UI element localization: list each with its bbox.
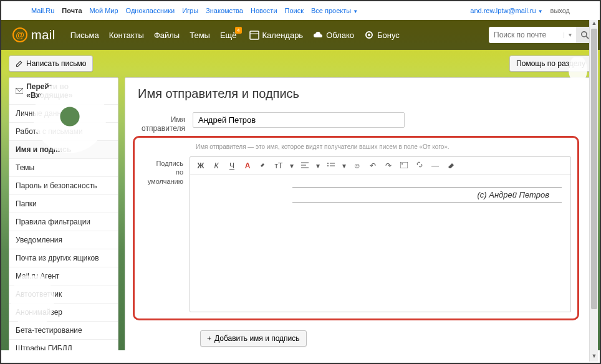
scrollbar-thumb[interactable] [591,29,597,309]
tb-image[interactable] [400,161,408,170]
svg-point-20 [401,163,403,165]
logout-link[interactable]: выход [551,7,570,14]
calendar-icon [249,30,259,40]
topnav-news[interactable]: Новости [251,7,277,14]
topnav-games[interactable]: Игры [182,7,198,14]
nav-calendar[interactable]: Календарь [249,30,304,40]
sidebar-item-other-inboxes[interactable]: Почта из других ящиков [9,249,118,267]
badge-count: 4 [235,27,241,34]
scroll-up-arrow[interactable]: ▲ [590,20,599,29]
svg-line-10 [586,36,589,39]
tb-italic[interactable]: К [212,161,221,170]
nav-themes[interactable]: Темы [190,31,210,40]
sender-name-label: Имя отправителя [138,112,193,133]
svg-point-15 [327,163,329,164]
nav-letters[interactable]: Письма [70,31,99,40]
nav-files[interactable]: Файлы [154,31,180,40]
tb-clear[interactable] [446,161,455,170]
scroll-down-arrow[interactable]: ▼ [590,353,599,362]
tb-bold[interactable]: Ж [196,161,205,170]
flower-decoration [1,275,64,338]
tb-hr[interactable]: — [431,161,440,170]
user-email-link[interactable]: and.rew.lptw@mail.ru ▼ [470,7,542,14]
topnav-all-projects[interactable]: Все проекты ▼ [311,7,358,14]
svg-point-1 [60,107,79,126]
topnav-search[interactable]: Поиск [285,7,304,14]
svg-point-17 [327,165,329,166]
tb-font-size[interactable]: тТ [274,161,283,170]
svg-point-3 [569,57,587,84]
svg-rect-19 [400,162,408,168]
tb-list[interactable] [327,161,335,170]
tb-link[interactable] [415,161,424,170]
sidebar-item-fines[interactable]: Штрафы ГИБДД [9,340,118,350]
search-input[interactable] [489,31,564,39]
svg-point-8 [368,34,370,36]
logo-at-icon: @ [12,27,27,42]
fill-icon [259,161,267,168]
signature-content[interactable]: (с) Андрей Петров [190,175,570,312]
topnav-dating[interactable]: Знакомства [206,7,243,14]
nav-more[interactable]: Ещё4 [220,31,237,40]
sidebar-item-themes[interactable]: Темы [9,159,118,177]
main-header: @ mail Письма Контакты Файлы Темы Ещё4 К… [1,20,600,50]
tb-underline[interactable]: Ч [228,161,236,170]
sidebar-item-notifications[interactable]: Уведомления [9,231,118,249]
tb-undo[interactable]: ↶ [368,161,377,170]
signature-highlight-box: Имя отправителя — это имя, которое видят… [133,136,579,320]
sidebar-item-password[interactable]: Пароль и безопасность [9,177,118,195]
flower-decoration [29,76,110,157]
tb-align[interactable] [300,161,309,170]
list-icon [327,162,335,168]
svg-point-9 [581,31,586,36]
tb-text-color[interactable]: А [243,161,252,170]
sender-name-hint: Имя отправителя — это имя, которое видят… [196,143,571,150]
topnav-mailru[interactable]: Mail.Ru [31,7,54,14]
nav-contacts[interactable]: Контакты [109,31,144,40]
main-content: Имя отправителя и подпись Имя отправител… [125,77,592,350]
signature-label: Подпись по умолчанию [141,156,190,312]
tb-emoji[interactable]: ☺ [353,161,362,170]
background-area: @ mail Письма Контакты Файлы Темы Ещё4 К… [1,20,600,350]
editor-toolbar: Ж К Ч А тТ▾ ▾ ▾ ☺ ↶ ↷ [190,157,570,175]
compose-icon [16,60,23,67]
sidebar-item-filters[interactable]: Правила фильтрации [9,213,118,231]
tb-redo[interactable]: ↷ [384,161,393,170]
signature-text: (с) Андрей Петров [199,190,549,199]
topnav-ok[interactable]: Одноклассники [126,7,175,14]
top-navigation: Mail.Ru Почта Мой Мир Одноклассники Игры… [1,1,600,20]
svg-rect-5 [250,31,259,39]
eraser-icon [447,162,454,168]
compose-button[interactable]: Написать письмо [9,55,93,72]
nav-bonus[interactable]: Бонус [364,30,400,40]
svg-point-2 [11,275,54,328]
topnav-pochta[interactable]: Почта [62,7,82,14]
signature-editor: Ж К Ч А тТ▾ ▾ ▾ ☺ ↶ ↷ [190,156,571,312]
envelope-icon [16,88,23,94]
topnav-moymir[interactable]: Мой Мир [90,7,118,14]
align-icon [301,162,309,168]
page-title: Имя отправителя и подпись [138,87,579,101]
gear-icon [364,30,374,40]
image-icon [400,162,408,168]
search-box: ▼ [489,27,594,43]
scrollbar[interactable]: ▲ ▼ [589,20,598,362]
logo[interactable]: @ mail [12,27,55,42]
action-row: Написать письмо Помощь по разделу [1,50,600,77]
add-signature-button[interactable]: + Добавить имя и подпись [200,330,307,347]
link-icon [416,161,423,168]
search-icon [581,31,589,39]
nav-cloud[interactable]: Облако [313,30,354,40]
search-dropdown[interactable]: ▼ [564,32,576,38]
tb-bg-color[interactable] [259,161,267,170]
cloud-icon [313,30,323,40]
logo-text: mail [31,28,55,42]
sender-name-input[interactable] [193,112,405,128]
sidebar-item-folders[interactable]: Папки [9,195,118,213]
